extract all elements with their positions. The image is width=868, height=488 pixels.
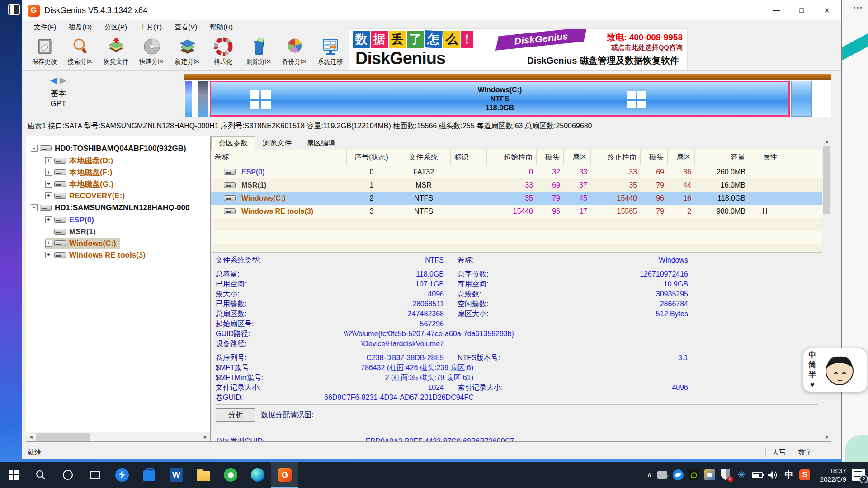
delete-partition-button[interactable]: 删除分区	[241, 34, 277, 70]
menu-file[interactable]: 文件(F)	[28, 22, 61, 33]
thunder-app-button[interactable]	[108, 462, 136, 488]
save-icon	[35, 37, 55, 56]
volume-tray-icon[interactable]	[768, 469, 778, 480]
ime-indicator[interactable]: 中	[783, 469, 794, 480]
ad-banner[interactable]: 数 据 丢 了 怎 么 ！ DiskGenius DiskGenius 致电: …	[349, 28, 688, 70]
tree-item-disk-f[interactable]: + 本地磁盘(F:)	[45, 167, 112, 178]
trash-icon	[249, 37, 269, 56]
menu-help[interactable]: 帮助(H)	[204, 22, 238, 33]
tim-tray-icon[interactable]	[673, 469, 684, 480]
tree-item-recovery-e[interactable]: + RECOVERY(E:)	[45, 190, 125, 202]
search-partition-button[interactable]: 搜索分区	[62, 34, 98, 70]
expand-icon[interactable]: +	[45, 240, 52, 247]
expand-icon[interactable]: +	[45, 181, 52, 188]
table-row-esp[interactable]: ESP(0) 0FAT32 03233 336936 260.0MB	[211, 165, 831, 178]
analyze-button[interactable]: 分析	[216, 408, 255, 422]
taskbar-search-button[interactable]	[27, 462, 54, 488]
store-app-button[interactable]	[136, 462, 163, 488]
nav-back-icon[interactable]: ◀	[50, 75, 57, 85]
menu-disk[interactable]: 磁盘(D)	[63, 22, 97, 33]
background-window-strip: ⋯	[842, 0, 868, 462]
expand-icon[interactable]: +	[45, 252, 52, 258]
tree-item-windows-c[interactable]: + Windows(C:)	[45, 238, 120, 249]
tree-item-hd0[interactable]: - HD0:TOSHIBAMQ04ABF100(932GB)	[31, 143, 186, 154]
diskgenius-taskbar-button[interactable]: G	[271, 462, 298, 488]
taskbar-clock[interactable]: 18:37 2022/5/9	[820, 466, 846, 483]
expand-icon[interactable]: +	[45, 192, 52, 199]
quick-partition-button[interactable]: 快速分区	[134, 34, 170, 70]
browser-360-button[interactable]	[217, 462, 244, 488]
expand-icon[interactable]: +	[45, 216, 52, 223]
expand-icon[interactable]: +	[45, 169, 52, 176]
ad-qq-link[interactable]: 或点击此处选择QQ咨询	[611, 43, 683, 52]
menu-view[interactable]: 查看(V)	[169, 22, 203, 33]
close-button[interactable]: ✕	[814, 0, 840, 20]
maximize-button[interactable]: □	[789, 0, 814, 20]
notification-center-button[interactable]: 2	[852, 469, 865, 481]
battery-tray-icon[interactable]	[752, 469, 763, 480]
recover-files-button[interactable]: 恢复文件	[98, 34, 134, 70]
ime-char-ban[interactable]: 半	[803, 370, 821, 380]
snowflake-tray-icon[interactable]: ✳	[736, 469, 747, 480]
word-app-button[interactable]: W	[163, 462, 190, 488]
collapse-icon[interactable]: -	[31, 145, 38, 152]
menu-partition[interactable]: 分区(P)	[99, 22, 132, 33]
security-shield-tray-icon[interactable]: ✕	[720, 469, 731, 480]
collapse-icon[interactable]: -	[31, 204, 38, 211]
scroll-left-icon[interactable]: ◄	[26, 432, 36, 441]
partition-fs: NTFS	[478, 94, 522, 103]
intel-graphics-tray-icon[interactable]	[704, 469, 715, 480]
nav-forward-icon[interactable]: ▶	[60, 75, 66, 85]
ime-floating-widget[interactable]: 中 简 半 ♥	[803, 348, 867, 392]
tree-item-label: HD0:TOSHIBAMQ04ABF100(932GB)	[55, 144, 186, 153]
resize-grip[interactable]	[818, 448, 830, 457]
table-row-windows-c[interactable]: Windows(C:) 2NTFS 357945 154409616 118.0…	[211, 192, 831, 205]
scroll-thumb[interactable]	[823, 146, 830, 214]
partition-esp-sliver[interactable]	[185, 81, 192, 117]
menu-tools[interactable]: 工具(T)	[134, 22, 167, 33]
tree-item-disk-g[interactable]: + 本地磁盘(G:)	[45, 178, 113, 190]
format-button[interactable]: 格式化	[205, 34, 241, 70]
backup-partition-button[interactable]: 备份分区	[277, 34, 312, 70]
scroll-up-icon[interactable]: ▲	[822, 136, 831, 145]
tray-expand-icon[interactable]: ∧	[647, 471, 652, 479]
start-button[interactable]	[0, 462, 27, 488]
cortana-button[interactable]	[54, 462, 81, 488]
sogou-tray-icon[interactable]: S	[799, 469, 810, 480]
scroll-right-icon[interactable]: ►	[201, 432, 210, 441]
table-row-msr[interactable]: MSR(1) 1MSR 336937 357944 16.0MB	[211, 178, 831, 192]
tree-item-windows-re[interactable]: + Windows RE tools(3)	[45, 249, 146, 261]
tree-horizontal-scrollbar[interactable]: ◄ ►	[26, 432, 210, 441]
save-changes-button[interactable]: 保存更改	[27, 34, 62, 70]
minimize-button[interactable]: —	[764, 0, 789, 20]
task-view-button[interactable]	[81, 462, 108, 488]
nvidia-tray-icon[interactable]	[689, 469, 699, 480]
tree-item-hd1[interactable]: - HD1:SAMSUNGMZNLN128HAHQ-000	[31, 202, 190, 213]
tree-item-disk-d[interactable]: + 本地磁盘(D:)	[45, 155, 113, 166]
diskgenius-window: G DiskGenius V5.4.3.1342 x64 — □ ✕ 文件(F)…	[22, 0, 842, 459]
tab-browse-files[interactable]: 浏览文件	[255, 136, 299, 150]
ime-char-jian[interactable]: 简	[803, 360, 821, 370]
overflow-menu-icon[interactable]: ⋯	[853, 2, 863, 14]
tab-sector-edit[interactable]: 扇区编辑	[299, 136, 343, 150]
tree-item-esp[interactable]: + ESP(0)	[45, 214, 94, 225]
scroll-thumb[interactable]	[36, 433, 90, 441]
expand-icon[interactable]: +	[45, 157, 52, 164]
table-row-windows-re[interactable]: Windows RE tools(3) 3NTFS 154409617 1556…	[211, 205, 831, 218]
tab-partition-params[interactable]: 分区参数	[211, 136, 255, 150]
partition-msr-sliver[interactable]	[198, 81, 208, 117]
partition-c-selected[interactable]: Windows(C:) NTFS 118.0GB	[210, 81, 790, 117]
tree-item-msr[interactable]: MSR(1)	[45, 226, 96, 237]
file-explorer-button[interactable]	[190, 462, 217, 488]
scroll-down-icon[interactable]: ▼	[822, 432, 831, 441]
background-window-icon[interactable]	[8, 4, 20, 15]
system-migration-button[interactable]: 系统迁移	[312, 34, 348, 70]
printer-tray-icon[interactable]: ✓	[657, 469, 668, 480]
new-partition-button[interactable]: 新建分区	[170, 34, 205, 70]
partition-re-tools-sliver[interactable]	[791, 81, 812, 117]
main-vertical-scrollbar[interactable]: ▲ ▼	[822, 136, 831, 441]
edge-browser-button[interactable]	[244, 462, 271, 488]
ime-char-zhong[interactable]: 中	[803, 350, 821, 360]
partition-size: 118.0GB	[478, 103, 522, 113]
ime-heart-icon[interactable]: ♥	[803, 380, 821, 390]
